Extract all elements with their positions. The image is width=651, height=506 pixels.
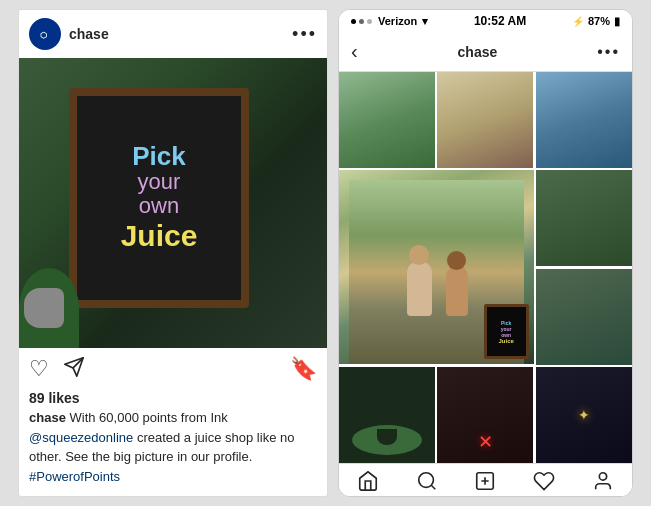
svg-text:⬡: ⬡ bbox=[40, 31, 47, 40]
nav-home-button[interactable] bbox=[357, 470, 379, 492]
caption-hashtag[interactable]: #PowerofPoints bbox=[29, 469, 120, 484]
grid-cell-1[interactable] bbox=[339, 72, 435, 168]
chase-logo-icon: ⬡ bbox=[34, 23, 56, 45]
grid-cell-2[interactable] bbox=[437, 72, 533, 168]
status-bar: Verizon ▾ 10:52 AM ⚡ 87% ▮ bbox=[339, 10, 632, 32]
likes-count: 89 likes bbox=[19, 390, 327, 406]
person2-head bbox=[447, 251, 466, 270]
mini-chalkboard: Pick your own Juice bbox=[484, 304, 529, 359]
post-actions: ♡ 🔖 bbox=[19, 348, 327, 390]
caption-text: With 60,000 points from Ink bbox=[66, 410, 228, 425]
post-header: ⬡ chase ••• bbox=[19, 10, 327, 58]
battery-label: 87% bbox=[588, 15, 610, 27]
phone-mockup: Verizon ▾ 10:52 AM ⚡ 87% ▮ ‹ chase ••• bbox=[338, 9, 633, 497]
post-image: Pick your own Juice bbox=[19, 58, 327, 348]
bookmark-button[interactable]: 🔖 bbox=[290, 356, 317, 382]
back-button[interactable]: ‹ bbox=[351, 40, 358, 63]
person1-head bbox=[409, 245, 429, 265]
bluetooth-icon: ⚡ bbox=[572, 16, 584, 27]
signal-dot-1 bbox=[351, 19, 356, 24]
signal-dot-3 bbox=[367, 19, 372, 24]
status-bar-right: ⚡ 87% ▮ bbox=[572, 15, 620, 28]
mini-chalk-juice: Juice bbox=[498, 338, 513, 344]
phone-more-button[interactable]: ••• bbox=[597, 43, 620, 61]
chalk-line4: Juice bbox=[121, 218, 198, 254]
phone-username: chase bbox=[458, 44, 498, 60]
like-button[interactable]: ♡ bbox=[29, 358, 49, 380]
grid-cell-bottom-right[interactable]: ✦ bbox=[536, 367, 632, 463]
main-container: ⬡ chase ••• Pick your own Juice bbox=[8, 0, 643, 506]
post-actions-left: ♡ bbox=[29, 356, 85, 382]
wifi-icon: ▾ bbox=[422, 15, 428, 28]
chalk-line3: own bbox=[139, 194, 179, 218]
nav-search-button[interactable] bbox=[416, 470, 438, 492]
svg-point-9 bbox=[599, 473, 606, 480]
phone-nav bbox=[339, 463, 632, 496]
grid-cell-right-top[interactable] bbox=[536, 170, 632, 266]
chalk-line2: your bbox=[138, 170, 181, 194]
caption-username[interactable]: chase bbox=[29, 410, 66, 425]
signal-dot-2 bbox=[359, 19, 364, 24]
nav-add-button[interactable] bbox=[474, 470, 496, 492]
post-header-left: ⬡ chase bbox=[29, 18, 109, 50]
watering-can bbox=[24, 288, 64, 328]
photo-grid: Pick your own Juice ✕ ✦ bbox=[339, 72, 632, 463]
status-time: 10:52 AM bbox=[474, 14, 526, 28]
share-button[interactable] bbox=[63, 356, 85, 382]
post-caption: chase With 60,000 points from Ink @squee… bbox=[19, 406, 327, 496]
chalkboard-background: Pick your own Juice bbox=[19, 58, 327, 348]
mustache-indent bbox=[377, 429, 397, 445]
grid-cell-3[interactable] bbox=[536, 72, 632, 168]
svg-line-5 bbox=[431, 485, 435, 489]
phone-ig-header: ‹ chase ••• bbox=[339, 32, 632, 72]
battery-icon: ▮ bbox=[614, 15, 620, 28]
post-username[interactable]: chase bbox=[69, 26, 109, 42]
carrier-label: Verizon bbox=[378, 15, 417, 27]
more-options-button[interactable]: ••• bbox=[292, 24, 317, 45]
grid-cell-large[interactable]: Pick your own Juice bbox=[339, 170, 534, 364]
nav-profile-button[interactable] bbox=[592, 470, 614, 492]
grid-cell-right-mid[interactable] bbox=[536, 269, 632, 365]
chalkboard-frame: Pick your own Juice bbox=[69, 88, 249, 308]
status-bar-left: Verizon ▾ bbox=[351, 15, 428, 28]
caption-mention[interactable]: @squeezedonline bbox=[29, 430, 133, 445]
avatar[interactable]: ⬡ bbox=[29, 18, 61, 50]
chalk-line1: Pick bbox=[132, 142, 186, 171]
nav-heart-button[interactable] bbox=[533, 470, 555, 492]
person2-body bbox=[446, 266, 468, 316]
grid-cell-bottom-mid[interactable]: ✕ bbox=[437, 367, 533, 463]
svg-point-4 bbox=[419, 473, 434, 488]
instagram-post: ⬡ chase ••• Pick your own Juice bbox=[18, 9, 328, 497]
grid-cell-mustache[interactable] bbox=[339, 367, 435, 463]
person1-body bbox=[407, 261, 432, 316]
